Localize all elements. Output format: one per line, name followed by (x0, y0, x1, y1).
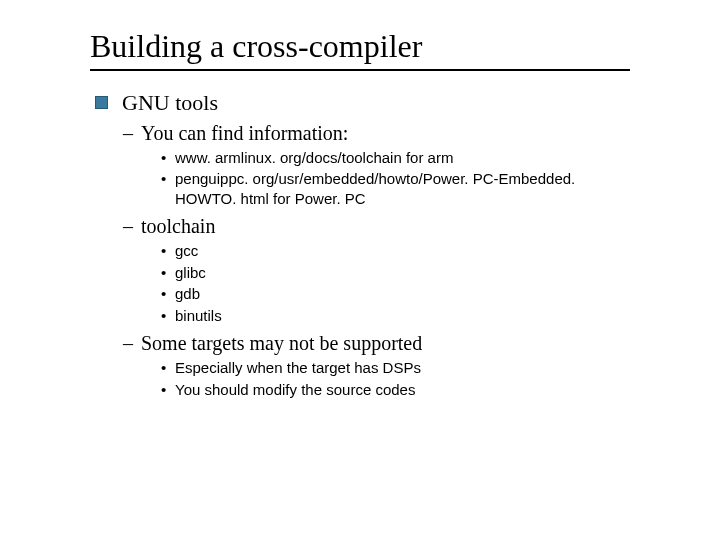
bullet-l3-text: gcc (175, 241, 198, 261)
dot-bullet-icon: • (161, 306, 175, 326)
slide-body: GNU tools –You can find information: • w… (95, 89, 660, 399)
bullet-l3-text: gdb (175, 284, 200, 304)
bullet-l2-text: You can find information: (141, 122, 348, 144)
slide-title: Building a cross-compiler (90, 28, 660, 65)
bullet-l3: • gcc (161, 241, 660, 261)
square-bullet-icon (95, 96, 108, 109)
bullet-l3-text: binutils (175, 306, 222, 326)
dash-bullet-icon: – (123, 214, 141, 239)
bullet-l3-group: • gcc • glibc • gdb • binutils (161, 241, 660, 325)
bullet-l3-text: Especially when the target has DSPs (175, 358, 421, 378)
bullet-l2: –toolchain (123, 214, 660, 239)
bullet-l3: • binutils (161, 306, 660, 326)
dot-bullet-icon: • (161, 380, 175, 400)
bullet-l3: • www. armlinux. org/docs/toolchain for … (161, 148, 660, 168)
bullet-l3-group: • Especially when the target has DSPs • … (161, 358, 660, 399)
dot-bullet-icon: • (161, 241, 175, 261)
slide: Building a cross-compiler GNU tools –You… (0, 0, 720, 540)
dot-bullet-icon: • (161, 169, 175, 189)
bullet-l3: • gdb (161, 284, 660, 304)
bullet-l1-text: GNU tools (122, 89, 218, 117)
title-underline (90, 69, 630, 71)
bullet-l3: • You should modify the source codes (161, 380, 660, 400)
bullet-l3: • penguippc. org/usr/embedded/howto/Powe… (161, 169, 660, 208)
dot-bullet-icon: • (161, 284, 175, 304)
bullet-l3-group: • www. armlinux. org/docs/toolchain for … (161, 148, 660, 209)
bullet-l2-text: Some targets may not be supported (141, 332, 422, 354)
dot-bullet-icon: • (161, 358, 175, 378)
bullet-l3-text: You should modify the source codes (175, 380, 415, 400)
bullet-l3: • Especially when the target has DSPs (161, 358, 660, 378)
dash-bullet-icon: – (123, 121, 141, 146)
bullet-l3-text: www. armlinux. org/docs/toolchain for ar… (175, 148, 453, 168)
bullet-l1: GNU tools (95, 89, 660, 117)
bullet-l2-text: toolchain (141, 215, 215, 237)
dot-bullet-icon: • (161, 263, 175, 283)
bullet-l3-text: glibc (175, 263, 206, 283)
bullet-l3: • glibc (161, 263, 660, 283)
bullet-l3-text: penguippc. org/usr/embedded/howto/Power.… (175, 169, 605, 208)
dash-bullet-icon: – (123, 331, 141, 356)
bullet-l2: –You can find information: (123, 121, 660, 146)
bullet-l2: –Some targets may not be supported (123, 331, 660, 356)
dot-bullet-icon: • (161, 148, 175, 168)
